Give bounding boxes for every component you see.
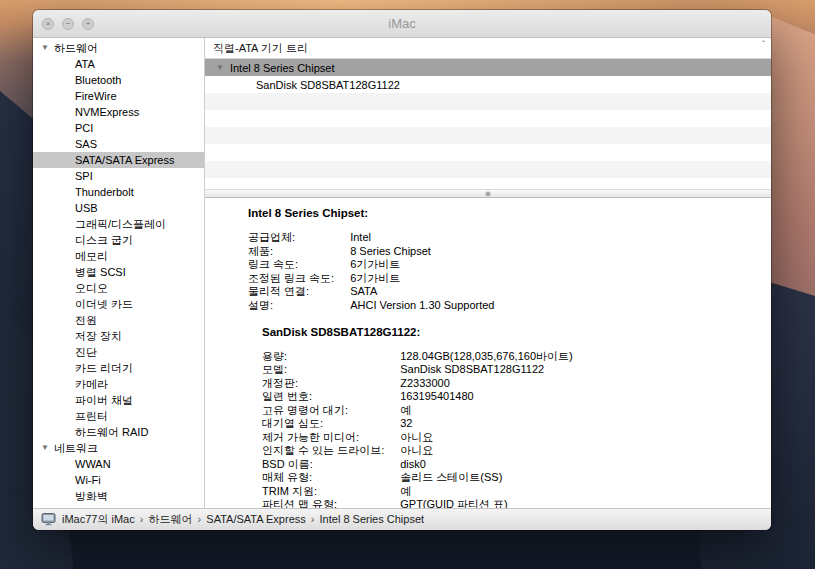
- device-tree-header[interactable]: 직렬-ATA 기기 트리 ˆ: [205, 38, 771, 59]
- device-tree-row[interactable]: ▼Intel 8 Series Chipset: [205, 59, 771, 76]
- main-pane: 직렬-ATA 기기 트리 ˆ ▼Intel 8 Series ChipsetSa…: [205, 38, 771, 508]
- sidebar-item[interactable]: WWAN: [33, 456, 204, 472]
- sidebar-section-label: 네트워크: [54, 440, 98, 456]
- detail-value: 6기가비트: [350, 272, 759, 284]
- minimize-button[interactable]: −: [62, 18, 74, 30]
- sidebar-item[interactable]: SATA/SATA Express: [33, 152, 204, 168]
- detail-section: Intel 8 Series Chipset:공급업체:Intel제품:8 Se…: [248, 207, 759, 311]
- sidebar-item[interactable]: 그래픽/디스플레이: [33, 216, 204, 232]
- detail-label: 공급업체:: [248, 231, 334, 243]
- breadcrumb-separator: ›: [306, 513, 320, 525]
- sort-arrow-icon[interactable]: ˆ: [762, 40, 765, 51]
- detail-value: 예: [400, 485, 759, 497]
- detail-label: 제품:: [248, 245, 334, 257]
- sidebar-item[interactable]: 하드웨어 RAID: [33, 424, 204, 440]
- detail-label: BSD 이름:: [262, 458, 384, 470]
- computer-icon: [41, 513, 56, 526]
- pane-splitter[interactable]: [205, 189, 771, 198]
- sidebar-item[interactable]: 파이버 채널: [33, 392, 204, 408]
- detail-grid: 공급업체:Intel제품:8 Series Chipset링크 속도:6기가비트…: [248, 231, 759, 311]
- sidebar-item[interactable]: Bluetooth: [33, 72, 204, 88]
- detail-label: 설명:: [248, 299, 334, 311]
- sidebar-section-hardware[interactable]: ▼하드웨어: [33, 40, 204, 56]
- detail-label: 용량:: [262, 350, 384, 362]
- breadcrumb-item[interactable]: SATA/SATA Express: [206, 513, 305, 525]
- close-button[interactable]: ×: [42, 18, 54, 30]
- zoom-button[interactable]: +: [82, 18, 94, 30]
- sidebar-item[interactable]: 방화벽: [33, 488, 204, 504]
- detail-label: 고유 명령어 대기:: [262, 404, 384, 416]
- detail-label: 개정판:: [262, 377, 384, 389]
- detail-value: GPT(GUID 파티션 표): [400, 498, 759, 508]
- breadcrumb-item[interactable]: 하드웨어: [149, 513, 193, 525]
- sidebar-item[interactable]: NVMExpress: [33, 104, 204, 120]
- detail-value: Intel: [350, 231, 759, 243]
- sidebar-item[interactable]: 프린터: [33, 408, 204, 424]
- detail-value: 128.04GB(128,035,676,160바이트): [400, 350, 759, 362]
- sidebar-item[interactable]: SPI: [33, 168, 204, 184]
- sidebar: ▼하드웨어ATABluetoothFireWireNVMExpressPCISA…: [33, 38, 205, 508]
- disclosure-triangle-icon[interactable]: ▼: [41, 440, 49, 456]
- sidebar-item[interactable]: Thunderbolt: [33, 184, 204, 200]
- sidebar-section-label: 하드웨어: [54, 40, 98, 56]
- sidebar-item[interactable]: 이더넷 카드: [33, 296, 204, 312]
- sidebar-item[interactable]: 병렬 SCSI: [33, 264, 204, 280]
- window-titlebar[interactable]: iMac ×−+: [33, 10, 771, 38]
- sidebar-item[interactable]: FireWire: [33, 88, 204, 104]
- device-tree-row-label: Intel 8 Series Chipset: [230, 62, 335, 74]
- detail-value: 32: [400, 417, 759, 429]
- detail-label: 대기열 심도:: [262, 417, 384, 429]
- detail-value: disk0: [400, 458, 759, 470]
- detail-grid: 용량:128.04GB(128,035,676,160바이트)모델:SanDis…: [262, 350, 759, 509]
- disclosure-triangle-icon[interactable]: ▼: [41, 40, 49, 56]
- detail-label: 물리적 연결:: [248, 285, 334, 297]
- sidebar-item[interactable]: PCI: [33, 120, 204, 136]
- sidebar-item[interactable]: SAS: [33, 136, 204, 152]
- sidebar-item[interactable]: 저장 장치: [33, 328, 204, 344]
- device-tree-header-label: 직렬-ATA 기기 트리: [213, 41, 308, 56]
- breadcrumb-separator: ›: [135, 513, 149, 525]
- sidebar-item[interactable]: 전원: [33, 312, 204, 328]
- window-controls: ×−+: [42, 18, 94, 30]
- detail-value: 6기가비트: [350, 258, 759, 270]
- detail-value: AHCI Version 1.30 Supported: [350, 299, 759, 311]
- window-title: iMac: [33, 16, 771, 31]
- sidebar-item[interactable]: 오디오: [33, 280, 204, 296]
- detail-label: 파티션 맵 유형:: [262, 498, 384, 508]
- sidebar-item[interactable]: 메모리: [33, 248, 204, 264]
- sidebar-section-network[interactable]: ▼네트워크: [33, 440, 204, 456]
- sidebar-item[interactable]: 진단: [33, 344, 204, 360]
- detail-value: Z2333000: [400, 377, 759, 389]
- device-tree-row-label: SanDisk SD8SBAT128G1122: [256, 79, 400, 91]
- details-pane: Intel 8 Series Chipset:공급업체:Intel제품:8 Se…: [205, 198, 771, 508]
- detail-value: 8 Series Chipset: [350, 245, 759, 257]
- window-content: ▼하드웨어ATABluetoothFireWireNVMExpressPCISA…: [33, 38, 771, 508]
- sidebar-item[interactable]: 카드 리더기: [33, 360, 204, 376]
- sidebar-item[interactable]: 카메라: [33, 376, 204, 392]
- device-tree: ▼Intel 8 Series ChipsetSanDisk SD8SBAT12…: [205, 59, 771, 189]
- sidebar-item[interactable]: Wi-Fi: [33, 472, 204, 488]
- detail-value: 예: [400, 404, 759, 416]
- breadcrumb-item[interactable]: Intel 8 Series Chipset: [320, 513, 425, 525]
- detail-value: 163195401480: [400, 390, 759, 402]
- detail-value: SATA: [350, 285, 759, 297]
- detail-section-title: Intel 8 Series Chipset:: [248, 207, 759, 219]
- breadcrumb-separator: ›: [193, 513, 207, 525]
- sidebar-item[interactable]: 디스크 굽기: [33, 232, 204, 248]
- disclosure-triangle-icon[interactable]: ▼: [216, 63, 224, 72]
- detail-label: 조정된 링크 속도:: [248, 272, 334, 284]
- system-information-window: iMac ×−+ ▼하드웨어ATABluetoothFireWireNVMExp…: [33, 10, 771, 530]
- status-bar: iMac77의 iMac › 하드웨어 › SATA/SATA Express …: [33, 508, 771, 530]
- sidebar-item[interactable]: USB: [33, 200, 204, 216]
- detail-value: 솔리드 스테이트(SS): [400, 471, 759, 483]
- breadcrumb-item[interactable]: iMac77의 iMac: [62, 513, 135, 525]
- detail-value: 아니요: [400, 431, 759, 443]
- device-tree-row[interactable]: SanDisk SD8SBAT128G1122: [205, 76, 771, 93]
- breadcrumb: iMac77의 iMac › 하드웨어 › SATA/SATA Express …: [62, 512, 424, 527]
- sidebar-item[interactable]: ATA: [33, 56, 204, 72]
- detail-label: 일련 번호:: [262, 390, 384, 402]
- detail-section: SanDisk SD8SBAT128G1122:용량:128.04GB(128,…: [262, 326, 759, 509]
- detail-section-title: SanDisk SD8SBAT128G1122:: [262, 326, 759, 338]
- detail-label: 링크 속도:: [248, 258, 334, 270]
- detail-label: 인지할 수 있는 드라이브:: [262, 444, 384, 456]
